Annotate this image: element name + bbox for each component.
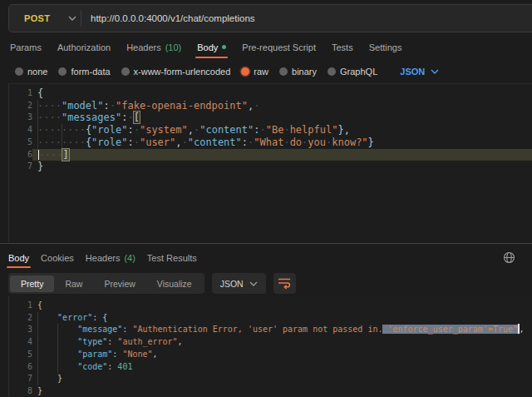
indent-guide	[37, 336, 38, 349]
response-body-viewer[interactable]: 1{2 "error": {3 "message": "Authenticati…	[8, 296, 532, 397]
code-token: "message"	[77, 325, 122, 334]
code-token: "messages"	[62, 112, 121, 123]
code-token: 'enforce_user_param'=True"	[382, 325, 518, 334]
language-selector[interactable]: JSON	[400, 67, 439, 77]
code-token: ,	[153, 350, 158, 359]
line-number: 3	[9, 324, 32, 336]
code-token: "content"	[200, 124, 254, 136]
bodytype-binary[interactable]: binary	[279, 67, 317, 77]
view-raw[interactable]: Raw	[54, 275, 93, 292]
line-number: 2	[9, 312, 32, 325]
code-token: ,	[188, 124, 194, 136]
response-tab-test-results[interactable]: Test Results	[147, 246, 197, 269]
code-token: }	[37, 161, 43, 172]
pane-resizer[interactable]	[0, 243, 532, 244]
code-line: 5········{"role":·"user",·"content":·"Wh…	[9, 136, 532, 149]
globe-icon[interactable]	[503, 251, 515, 264]
response-headers-count-badge: (4)	[124, 253, 135, 263]
view-preview[interactable]: Preview	[93, 275, 145, 292]
code-token: ]	[62, 149, 68, 161]
response-view-switcher: Pretty Raw Preview Visualize	[8, 273, 204, 294]
code-token: }	[57, 374, 62, 383]
code-line: 1{	[9, 300, 532, 312]
response-tabs: Body Cookies Headers(4) Test Results S	[8, 246, 532, 269]
bodytype-raw[interactable]: raw	[241, 67, 268, 77]
line-number: 7	[9, 161, 32, 173]
indent-guide	[37, 349, 38, 361]
code-token: "model"	[62, 100, 104, 112]
line-number: 4	[9, 336, 32, 349]
line-number: 5	[9, 349, 32, 361]
url-input[interactable]: http://0.0.0.0:4000/v1/chat/completions	[91, 13, 255, 23]
tab-pre-request-script[interactable]: Pre-request Script	[242, 33, 316, 61]
indent-guide	[37, 373, 38, 385]
bodytype-graphql[interactable]: GraphQL	[328, 67, 377, 77]
code-token: :	[127, 136, 133, 148]
radio-icon	[328, 67, 336, 76]
bodytype-x-www-form-urlencoded[interactable]: x-www-form-urlencoded	[121, 67, 231, 77]
indent-guide	[37, 100, 38, 112]
code-token: "system"	[140, 124, 188, 136]
code-token	[37, 374, 57, 383]
response-tab-body[interactable]: Body	[8, 246, 29, 269]
tab-settings[interactable]: Settings	[369, 33, 402, 61]
code-token: "Authentication Error, 'user' param not …	[132, 325, 382, 334]
chevron-down-icon	[431, 69, 439, 74]
headers-count-badge: (10)	[165, 42, 182, 52]
radio-icon	[121, 67, 130, 76]
method-label: POST	[24, 13, 50, 23]
code-token: :	[104, 100, 110, 112]
code-token: ·	[259, 124, 265, 136]
response-tab-cookies[interactable]: Cookies	[41, 246, 74, 269]
indent-guide	[37, 149, 38, 161]
indent-guide	[37, 136, 38, 149]
bodytype-form-data[interactable]: form-data	[58, 67, 110, 77]
indent-guide	[37, 124, 38, 136]
line-number: 8	[9, 385, 32, 397]
indent-guide	[57, 349, 58, 361]
tab-authorization[interactable]: Authorization	[57, 33, 111, 61]
tab-params[interactable]: Params	[10, 33, 42, 61]
indent-guide	[37, 112, 38, 124]
view-visualize[interactable]: Visualize	[146, 275, 203, 292]
response-language-selector[interactable]: JSON	[212, 273, 266, 294]
tab-tests[interactable]: Tests	[332, 33, 353, 61]
indent-guide	[37, 312, 38, 325]
request-url-bar: POST http://0.0.0.0:4000/v1/chat/complet…	[8, 4, 532, 32]
radio-icon	[15, 67, 23, 76]
method-selector[interactable]: POST	[9, 13, 81, 23]
indent-guide	[37, 324, 38, 336]
line-number: 1	[9, 300, 32, 312]
code-token: "error"	[57, 313, 92, 322]
code-token: {	[37, 300, 42, 310]
bodytype-none[interactable]: none	[15, 67, 47, 77]
code-token: ·	[134, 136, 140, 148]
code-token: "Be·helpful"	[266, 124, 338, 136]
indent-guide	[57, 336, 58, 349]
code-token: [	[134, 112, 140, 123]
indent-guide	[62, 124, 62, 136]
wrap-text-button[interactable]	[273, 273, 296, 294]
radio-selected-icon	[241, 67, 249, 76]
line-number: 3	[9, 112, 32, 124]
code-token: "type"	[77, 337, 107, 346]
indent-guide	[62, 136, 62, 149]
code-token: "role"	[91, 136, 127, 148]
radio-icon	[279, 67, 288, 76]
view-pretty[interactable]: Pretty	[10, 275, 54, 292]
code-token: :	[127, 124, 133, 136]
code-line: 6····]	[9, 149, 532, 161]
response-tab-headers[interactable]: Headers(4)	[86, 246, 135, 269]
code-token: "code"	[77, 362, 107, 371]
tab-headers[interactable]: Headers(10)	[126, 33, 181, 61]
line-number: 2	[9, 100, 32, 112]
code-token: 401	[117, 362, 132, 371]
tab-body[interactable]: Body	[197, 33, 226, 61]
request-body-editor[interactable]: 1{2····"model":·"fake-openai-endpoint",·…	[8, 83, 532, 242]
code-line: 1{	[9, 87, 532, 100]
code-token: ,	[175, 136, 181, 148]
wrap-text-icon	[278, 277, 291, 290]
code-token: "user"	[140, 136, 175, 148]
radio-icon	[58, 67, 66, 76]
code-token: }	[368, 136, 374, 148]
